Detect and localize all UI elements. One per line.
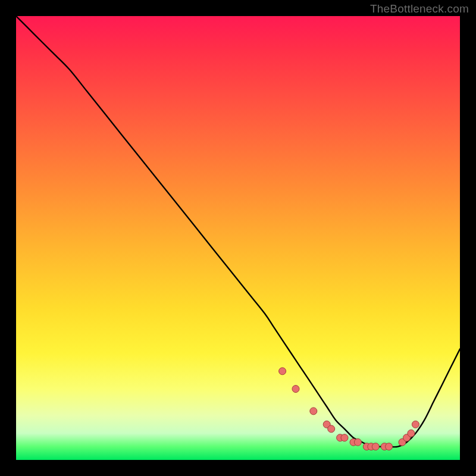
dot-cluster (279, 368, 419, 450)
curve-layer (16, 16, 460, 460)
bottleneck-curve (16, 16, 460, 447)
curve-dot (408, 430, 415, 437)
curve-dot (372, 443, 379, 450)
curve-dot (341, 434, 348, 441)
curve-dot (412, 421, 419, 428)
curve-dot (310, 408, 317, 415)
curve-dot (292, 386, 299, 393)
curve-dot (386, 443, 393, 450)
chart-stage: TheBottleneck.com (0, 0, 476, 476)
curve-dot (354, 439, 361, 446)
curve-dot (279, 368, 286, 375)
plot-area (16, 16, 460, 460)
curve-dot (328, 425, 335, 433)
watermark-text: TheBottleneck.com (370, 2, 469, 15)
